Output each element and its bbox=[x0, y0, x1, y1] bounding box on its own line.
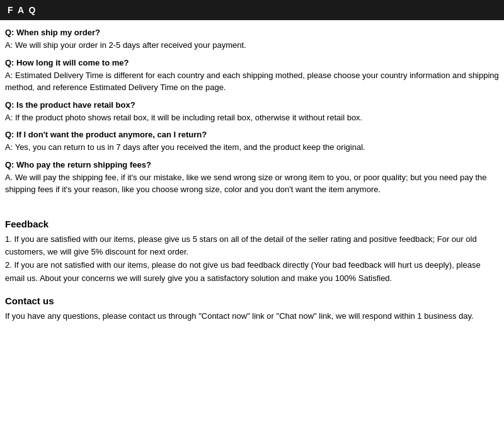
contact-section: Contact us If you have any questions, pl… bbox=[5, 295, 499, 323]
faq-item-1: Q: When ship my order? A: We will ship y… bbox=[5, 28, 499, 52]
faq-section: Q: When ship my order? A: We will ship y… bbox=[5, 28, 499, 196]
answer-4: A: Yes, you can return to us in 7 days a… bbox=[5, 141, 499, 154]
answer-1: A: We will ship your order in 2-5 days a… bbox=[5, 39, 499, 52]
main-content: Q: When ship my order? A: We will ship y… bbox=[0, 28, 504, 323]
faq-item-3: Q: Is the product have retail box? A: If… bbox=[5, 100, 499, 124]
question-1: Q: When ship my order? bbox=[5, 28, 499, 37]
answer-2: A: Estimated Delivery Time is different … bbox=[5, 69, 499, 94]
question-5: Q: Who pay the return shipping fees? bbox=[5, 160, 499, 169]
question-3: Q: Is the product have retail box? bbox=[5, 100, 499, 110]
faq-item-2: Q: How long it will come to me? A: Estim… bbox=[5, 58, 499, 94]
feedback-title: Feedback bbox=[5, 219, 499, 229]
feedback-item-2: 2. If you are not satisfied with our ite… bbox=[5, 259, 499, 285]
contact-title: Contact us bbox=[5, 295, 499, 306]
faq-title: F A Q bbox=[8, 5, 37, 15]
feedback-item-1: 1. If you are satisfied with our items, … bbox=[5, 233, 499, 260]
feedback-section: Feedback 1. If you are satisfied with ou… bbox=[5, 219, 499, 285]
question-4: Q: If I don't want the product anymore, … bbox=[5, 130, 499, 139]
answer-3: A: If the product photo shows retail box… bbox=[5, 112, 499, 124]
answer-5: A. We will pay the shipping fee, if it's… bbox=[5, 171, 499, 196]
faq-item-4: Q: If I don't want the product anymore, … bbox=[5, 130, 499, 154]
faq-header-bar: F A Q bbox=[0, 0, 504, 20]
contact-text: If you have any questions, please contac… bbox=[5, 310, 499, 323]
question-2: Q: How long it will come to me? bbox=[5, 58, 499, 67]
faq-item-5: Q: Who pay the return shipping fees? A. … bbox=[5, 160, 499, 196]
